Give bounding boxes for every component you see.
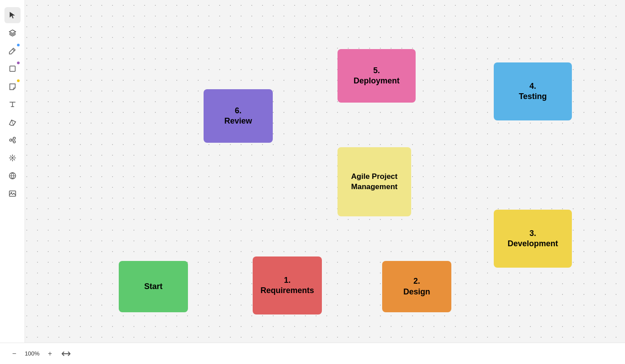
zoom-level-display: 100%	[24, 350, 40, 357]
text-tool[interactable]	[4, 96, 21, 112]
pen-tool[interactable]	[4, 43, 21, 59]
fit-icon	[62, 351, 71, 357]
requirements-label: 1.Requirements	[260, 275, 314, 296]
canvas-area[interactable]: Start 1.Requirements 2.Design 3.Developm…	[25, 0, 625, 343]
zoom-in-button[interactable]: +	[45, 348, 55, 359]
testing-label: 4.Testing	[519, 81, 547, 102]
development-node[interactable]: 3.Development	[494, 210, 572, 268]
select-tool[interactable]	[4, 7, 21, 23]
sidebar	[0, 0, 25, 364]
review-label: 6.Review	[224, 106, 252, 127]
development-label: 3.Development	[508, 228, 558, 249]
design-node[interactable]: 2.Design	[382, 261, 451, 312]
start-label: Start	[144, 281, 162, 292]
svg-point-2	[13, 137, 15, 140]
design-label: 2.Design	[403, 276, 430, 297]
zoom-out-button[interactable]: −	[9, 348, 20, 359]
requirements-node[interactable]: 1.Requirements	[253, 256, 322, 314]
agile-label: Agile ProjectManagement	[351, 172, 398, 191]
testing-node[interactable]: 4.Testing	[494, 62, 572, 120]
deployment-node[interactable]: 5.Deployment	[338, 49, 416, 103]
eraser-tool[interactable]	[4, 114, 21, 130]
bottom-bar: − 100% +	[0, 343, 625, 364]
sticky-tool[interactable]	[4, 79, 21, 95]
image-tool[interactable]	[4, 186, 21, 202]
svg-rect-0	[10, 66, 15, 71]
deployment-label: 5.Deployment	[354, 66, 400, 87]
arrows-layer	[25, 0, 159, 67]
ai-tool[interactable]	[4, 150, 21, 166]
globe-tool[interactable]	[4, 168, 21, 184]
svg-point-4	[12, 157, 13, 159]
svg-point-1	[9, 139, 12, 141]
shape-tool[interactable]	[4, 61, 21, 77]
connect-tool[interactable]	[4, 132, 21, 148]
svg-point-3	[13, 141, 15, 143]
start-node[interactable]: Start	[119, 261, 188, 312]
review-node[interactable]: 6.Review	[204, 89, 273, 143]
agile-node[interactable]: Agile ProjectManagement	[338, 147, 411, 216]
fit-to-screen-button[interactable]	[60, 348, 72, 359]
layers-tool[interactable]	[4, 25, 21, 41]
